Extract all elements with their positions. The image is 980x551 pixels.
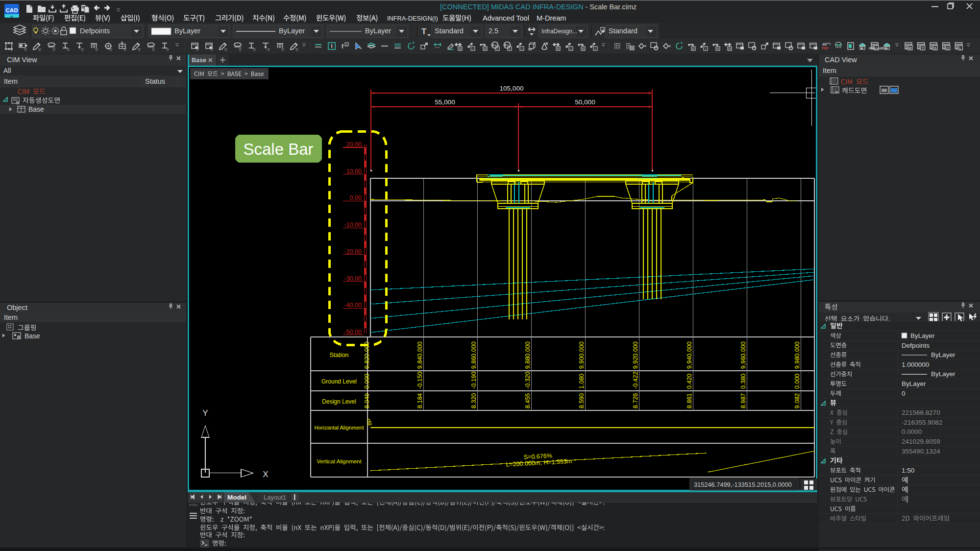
svg-text:INFRA-DESIGN(I): INFRA-DESIGN(I)	[387, 15, 438, 22]
svg-text:[CONNECTED] MIDAS CAD INFRA-DE: [CONNECTED] MIDAS CAD INFRA-DESIGN - Sca…	[440, 3, 637, 11]
svg-text:ByLayer: ByLayer	[365, 27, 391, 35]
svg-text:ByLayer: ByLayer	[174, 27, 200, 35]
svg-text:ID: ID	[10, 15, 14, 18]
svg-text:Layout1: Layout1	[264, 494, 286, 501]
svg-text:I: I	[331, 43, 332, 49]
svg-text:ByLayer: ByLayer	[902, 380, 926, 387]
svg-text:0.420: 0.420	[686, 374, 693, 389]
svg-text:20.00: 20.00	[346, 141, 362, 148]
svg-text:2.5: 2.5	[489, 27, 498, 35]
svg-text:R: R	[459, 47, 462, 50]
svg-text:R: R	[484, 47, 487, 50]
svg-text:0.000: 0.000	[364, 374, 370, 389]
svg-text:Station: Station	[330, 352, 349, 359]
svg-text:i: i	[705, 47, 706, 50]
svg-text:9.082: 9.082	[794, 393, 801, 408]
svg-text:Base: Base	[192, 57, 206, 64]
svg-text:55,000: 55,000	[435, 98, 455, 106]
svg-text:Base: Base	[28, 105, 44, 113]
svg-text:Vertical Alignment: Vertical Alignment	[317, 458, 362, 464]
svg-text:0.380: 0.380	[740, 374, 747, 389]
svg-text:8.861: 8.861	[686, 393, 693, 408]
svg-text:105,000: 105,000	[500, 85, 524, 92]
svg-text:Scale Bar: Scale Bar	[243, 140, 313, 158]
svg-text:8.590: 8.590	[578, 393, 585, 408]
svg-text:Advanced Tool: Advanced Tool	[483, 14, 529, 22]
svg-text:X: X	[263, 470, 268, 479]
svg-text:-10.00: -10.00	[344, 221, 362, 228]
svg-text:ByLayer: ByLayer	[279, 27, 305, 35]
svg-text:R: R	[717, 47, 719, 50]
svg-text:R: R	[582, 47, 585, 50]
svg-text:-0.150: -0.150	[416, 372, 423, 389]
svg-text:9,940.000: 9,940.000	[686, 341, 693, 369]
svg-text:R: R	[557, 47, 560, 50]
svg-text:-50.00: -50.00	[344, 329, 362, 335]
svg-text:1.000000: 1.000000	[902, 361, 929, 368]
svg-text:Horizantal Alignment: Horizantal Alignment	[315, 425, 364, 431]
svg-text:CIM View: CIM View	[7, 56, 37, 64]
svg-text:ByLayer: ByLayer	[910, 332, 935, 339]
svg-text:241029.8059: 241029.8059	[902, 438, 940, 445]
svg-text:-216355.9082: -216355.9082	[902, 419, 942, 426]
svg-text:ByLayer: ByLayer	[931, 351, 956, 359]
svg-text:8.184: 8.184	[416, 393, 423, 408]
svg-text:Standard: Standard	[609, 27, 637, 35]
svg-text:BP: BP	[367, 418, 372, 426]
svg-text:Item: Item	[4, 77, 18, 85]
svg-text:0.000: 0.000	[794, 374, 801, 389]
svg-text:Defpoints: Defpoints	[902, 342, 930, 349]
svg-text:Ground Level: Ground Level	[321, 378, 357, 385]
svg-text:0.00: 0.00	[350, 194, 362, 201]
svg-text:-30.00: -30.00	[344, 275, 362, 282]
svg-text:9,840.000: 9,840.000	[416, 341, 423, 369]
svg-text:i: i	[509, 47, 510, 50]
svg-text:Y: Y	[202, 408, 208, 418]
svg-text:1.080: 1.080	[578, 374, 585, 389]
svg-text:i: i	[472, 47, 473, 50]
svg-text:C: C	[946, 46, 949, 50]
svg-text:8.320: 8.320	[470, 393, 477, 408]
svg-text:Item: Item	[4, 313, 18, 321]
svg-text:3D: 3D	[822, 42, 827, 47]
svg-text:8.049: 8.049	[364, 393, 370, 408]
svg-text:0: 0	[902, 390, 906, 397]
svg-text:Standard: Standard	[435, 27, 464, 35]
svg-text:50,000: 50,000	[575, 98, 595, 106]
svg-text:10.00: 10.00	[346, 168, 362, 175]
svg-text:8.987: 8.987	[740, 393, 747, 408]
svg-text:R: R	[909, 46, 912, 50]
svg-text:-40.00: -40.00	[344, 302, 362, 309]
svg-text:9,980.000: 9,980.000	[794, 341, 801, 369]
svg-text:9,880.000: 9,880.000	[524, 341, 531, 369]
svg-text:0.0000: 0.0000	[902, 428, 922, 435]
svg-text:InfraDesign...: InfraDesign...	[541, 28, 577, 35]
svg-text:8.455: 8.455	[524, 393, 531, 408]
svg-text:S: S	[934, 46, 937, 50]
svg-text:Status: Status	[145, 77, 165, 85]
svg-text:i: i	[497, 47, 497, 50]
svg-text:Model: Model	[227, 494, 246, 501]
svg-text:PDF: PDF	[822, 47, 829, 50]
svg-text:Design Level: Design Level	[322, 398, 356, 405]
svg-text:315246.7499,-133515.2015,0.000: 315246.7499,-133515.2015,0.0000	[694, 481, 792, 488]
svg-text:221566.8270: 221566.8270	[902, 409, 940, 416]
svg-text:CAD View: CAD View	[825, 56, 857, 64]
svg-text:T: T	[922, 46, 924, 50]
svg-text:-0.422: -0.422	[632, 372, 639, 389]
svg-text:Item: Item	[823, 67, 836, 74]
svg-text:Base: Base	[24, 332, 40, 340]
svg-text:355490.1324: 355490.1324	[902, 448, 940, 455]
svg-text:9,900.000: 9,900.000	[578, 341, 585, 369]
svg-text:M-Dream: M-Dream	[537, 14, 566, 22]
svg-text:i: i	[521, 47, 522, 50]
svg-text:i: i	[595, 47, 595, 50]
svg-text:T: T	[421, 27, 427, 36]
svg-text:i: i	[570, 47, 571, 50]
svg-text:1:50: 1:50	[902, 467, 914, 474]
svg-text:#ccced0: #ccced0	[869, 46, 884, 50]
svg-text:-0.320: -0.320	[524, 372, 531, 389]
svg-text:9,960.000: 9,960.000	[740, 341, 747, 369]
svg-text:8.726: 8.726	[632, 393, 639, 408]
svg-text:ByLayer: ByLayer	[931, 370, 956, 378]
